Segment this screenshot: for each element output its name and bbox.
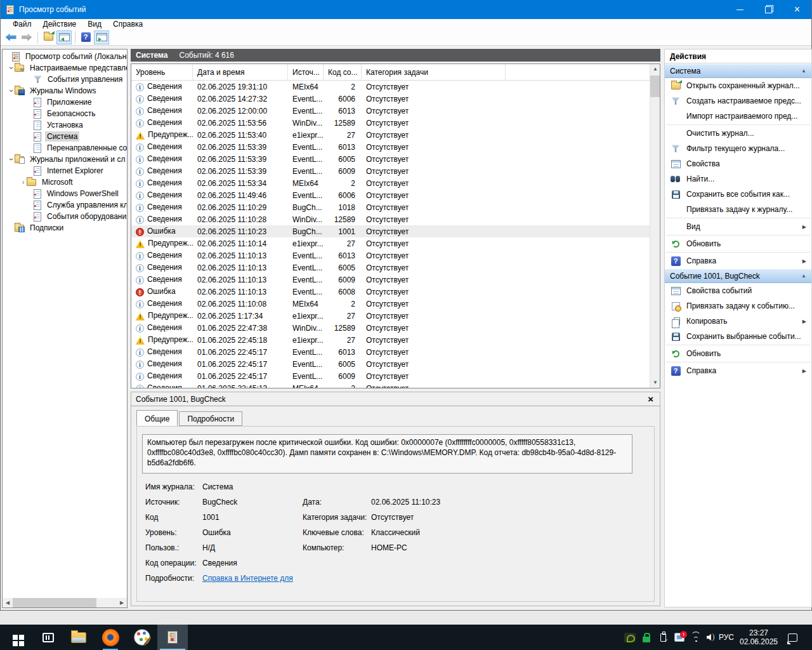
action-item[interactable]: Фильтр текущего журнала... <box>665 141 811 156</box>
tree-expander-icon[interactable]: › <box>20 178 27 187</box>
tab-general[interactable]: Общие <box>136 410 178 426</box>
tab-details[interactable]: Подробности <box>179 411 242 426</box>
usb-tray-button[interactable] <box>655 625 671 650</box>
action-item[interactable]: ? Справка ▶ <box>665 253 811 269</box>
table-row[interactable]: Сведения 02.06.2025 12:00:00 EventL... 6… <box>131 105 650 117</box>
table-row[interactable]: Сведения 01.06.2025 22:45:17 EventL... 6… <box>131 346 650 358</box>
start-button[interactable] <box>0 625 30 650</box>
collapse-arrow-icon[interactable]: ▲ <box>801 68 806 74</box>
column-level[interactable]: Уровень <box>131 64 193 80</box>
show-console-tree-button[interactable] <box>56 30 72 44</box>
action-item[interactable]: Найти... <box>665 171 811 187</box>
tree-item[interactable]: › Просмотр событий (Локальны <box>3 51 127 62</box>
close-button[interactable]: × <box>783 0 811 19</box>
table-row[interactable]: Сведения 01.06.2025 22:45:13 MEIx64 2 От… <box>131 382 650 388</box>
table-row[interactable]: Предупреж... 02.06.2025 11:10:14 e1iexpr… <box>131 237 650 249</box>
table-vertical-scrollbar[interactable]: ▲ ▼ <box>650 64 660 388</box>
nvidia-tray-button[interactable] <box>622 625 638 650</box>
action-item[interactable]: Привязать задачу к событию... <box>665 298 811 314</box>
collapse-arrow-icon[interactable]: ▲ <box>801 273 806 279</box>
tree-item[interactable]: › Windows PowerShell <box>3 188 127 199</box>
action-center-button[interactable] <box>783 625 802 650</box>
action-item[interactable]: Привязать задачу к журналу... <box>665 202 811 217</box>
column-task-category[interactable]: Категория задачи <box>362 64 506 80</box>
table-row[interactable]: Сведения 01.06.2025 22:45:17 EventL... 6… <box>131 358 650 370</box>
table-row[interactable]: Сведения 02.06.2025 11:53:39 EventL... 6… <box>131 141 650 153</box>
table-row[interactable]: Предупреж... 02.06.2025 1:17:34 e1iexpr.… <box>131 310 650 322</box>
tree-item[interactable]: › Безопасность <box>3 108 127 119</box>
column-datetime[interactable]: Дата и время <box>193 64 288 80</box>
tree-item[interactable]: › Internet Explorer <box>3 165 127 176</box>
event-description[interactable]: Компьютер был перезагружен после критиче… <box>142 434 632 474</box>
table-row[interactable]: Сведения 01.06.2025 22:45:17 EventL... 6… <box>131 370 650 382</box>
table-row[interactable]: Сведения 02.06.2025 11:53:39 EventL... 6… <box>131 153 650 165</box>
tree-item[interactable]: › Подписки <box>3 222 127 234</box>
security-tray-button[interactable] <box>638 625 655 650</box>
table-row[interactable]: Предупреж... 01.06.2025 22:45:18 e1iexpr… <box>131 334 650 346</box>
paint-button[interactable] <box>127 625 157 650</box>
scrollbar-thumb[interactable] <box>650 76 660 97</box>
tree-item[interactable]: › События управления <box>3 74 127 85</box>
column-event-id[interactable]: Код со... <box>324 64 362 80</box>
action-item[interactable]: Вид ▶ <box>665 219 811 234</box>
menu-help[interactable]: Справка <box>107 19 148 29</box>
firefox-button[interactable] <box>95 625 126 650</box>
tree-item[interactable]: › Установка <box>3 119 127 131</box>
action-item[interactable]: Очистить журнал... <box>665 126 811 141</box>
action-item[interactable]: Открыть сохраненный журнал... <box>665 78 811 93</box>
event-viewer-taskbar-button[interactable] <box>157 625 188 650</box>
show-action-pane-button[interactable] <box>94 30 109 44</box>
action-item[interactable]: Сохранить все события как... <box>665 187 811 202</box>
scroll-up-icon[interactable]: ▲ <box>650 64 660 74</box>
action-item[interactable]: Создать настраиваемое предс... <box>665 93 811 109</box>
action-item[interactable]: Сохранить выбранные событи... <box>665 329 811 344</box>
open-saved-log-button[interactable] <box>41 30 56 44</box>
menu-file[interactable]: Файл <box>7 19 37 29</box>
tree-horizontal-scrollbar[interactable]: ◀ ▶ <box>3 598 127 607</box>
table-row[interactable]: Сведения 02.06.2025 11:10:08 MEIx64 2 От… <box>131 298 650 310</box>
table-row[interactable]: Сведения 02.06.2025 11:49:46 EventL... 6… <box>131 189 650 201</box>
scroll-down-icon[interactable]: ▼ <box>650 378 660 388</box>
table-row[interactable]: Ошибка 02.06.2025 11:10:23 BugCh... 1001… <box>131 225 650 237</box>
actions-section-header[interactable]: Система ▲ <box>665 63 811 78</box>
language-indicator[interactable]: РУС <box>716 625 737 650</box>
table-row[interactable]: Сведения 02.06.2025 11:10:29 BugCh... 10… <box>131 201 650 213</box>
tree-item[interactable]: › Система <box>3 131 127 142</box>
tree-item[interactable]: › Microsoft <box>3 176 127 188</box>
scrollbar-thumb[interactable] <box>13 598 96 607</box>
tree-item[interactable]: › Приложение <box>3 96 127 108</box>
actions-section-header[interactable]: Событие 1001, BugCheck ▲ <box>665 269 811 283</box>
table-row[interactable]: Сведения 02.06.2025 11:53:56 WinDiv... 1… <box>131 117 650 129</box>
action-item[interactable]: Свойства событий <box>665 283 811 298</box>
table-row[interactable]: Предупреж... 02.06.2025 11:53:40 e1iexpr… <box>131 129 650 141</box>
tree-item[interactable]: › Журналы приложений и сл <box>3 154 127 165</box>
minimize-button[interactable] <box>726 0 754 19</box>
action-item[interactable]: Обновить <box>665 236 811 251</box>
table-row[interactable]: Сведения 02.06.2025 11:10:28 WinDiv... 1… <box>131 213 650 225</box>
table-row[interactable]: Сведения 02.06.2025 11:10:13 EventL... 6… <box>131 274 650 286</box>
clock[interactable]: 23:27 02.06.2025 <box>737 625 780 650</box>
scroll-right-icon[interactable]: ▶ <box>117 600 127 606</box>
action-item[interactable]: ? Справка ▶ <box>665 363 811 378</box>
table-row[interactable]: Сведения 02.06.2025 19:31:10 MEIx64 2 От… <box>131 81 650 93</box>
tree-item[interactable]: › События оборудования <box>3 211 127 222</box>
action-item[interactable]: Импорт настраиваемого пред... <box>665 109 811 124</box>
tree-item[interactable]: › Настраиваемые представле <box>3 62 127 74</box>
help-button[interactable]: ? <box>78 30 93 44</box>
table-row[interactable]: Сведения 02.06.2025 11:10:13 EventL... 6… <box>131 249 650 262</box>
scroll-left-icon[interactable]: ◀ <box>3 600 13 606</box>
column-source[interactable]: Источ... <box>288 64 324 80</box>
tree-item[interactable]: › Перенаправленные соб <box>3 142 127 154</box>
table-row[interactable]: Ошибка 02.06.2025 11:10:13 EventL... 600… <box>131 286 650 298</box>
back-button[interactable] <box>3 30 18 44</box>
table-row[interactable]: Сведения 02.06.2025 11:53:39 EventL... 6… <box>131 165 650 177</box>
action-item[interactable]: Обновить <box>665 346 811 361</box>
notifications-app-tray-button[interactable]: ! <box>671 625 688 650</box>
action-item[interactable]: Свойства <box>665 156 811 171</box>
menu-action[interactable]: Действие <box>37 19 82 29</box>
table-row[interactable]: Сведения 01.06.2025 22:47:38 WinDiv... 1… <box>131 322 650 334</box>
tree-item[interactable]: › Журналы Windows <box>3 85 127 96</box>
table-row[interactable]: Сведения 02.06.2025 14:27:32 EventL... 6… <box>131 93 650 105</box>
action-item[interactable]: Копировать ▶ <box>665 314 811 329</box>
forward-button[interactable] <box>19 30 34 44</box>
